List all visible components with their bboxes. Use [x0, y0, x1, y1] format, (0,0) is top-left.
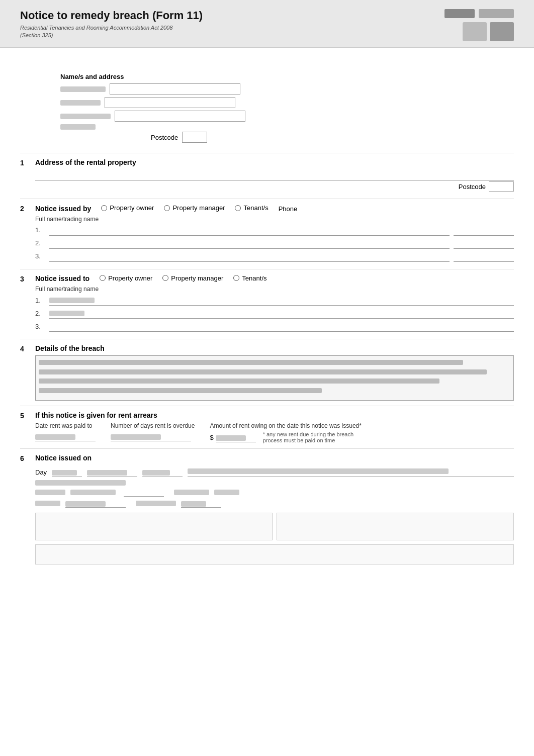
redacted-days [111, 434, 161, 440]
section-5-content: If this notice is given for rent arrears… [35, 411, 514, 443]
day-field[interactable] [52, 467, 82, 477]
issued-by-name-2[interactable] [49, 238, 450, 249]
redacted-detail-1 [39, 360, 463, 365]
redacted-detail-4 [39, 388, 322, 393]
redacted-day [52, 470, 77, 476]
year-field[interactable] [142, 467, 183, 477]
page: Notice to remedy breach (Form 11) Reside… [0, 0, 534, 756]
breach-details-box[interactable] [35, 355, 514, 401]
section-1-content: Address of the rental property Postcode [35, 158, 514, 194]
field-misc-2[interactable] [124, 488, 164, 497]
form-subtitle: Residential Tenancies and Rooming Accomm… [20, 24, 203, 40]
logo-bar [444, 9, 514, 18]
section-4-number: 4 [20, 344, 35, 353]
redacted-name [60, 86, 106, 92]
section-5-grid: Date rent was paid to Number of days ren… [35, 422, 514, 443]
redacted-field-3b [181, 501, 206, 507]
bottom-box-2 [277, 513, 514, 540]
amount-note: * any new rent due during the breach pro… [263, 431, 364, 443]
issued-to-name-1[interactable] [49, 295, 514, 306]
bottom-boxes [35, 513, 514, 540]
row-num-2: 2. [35, 239, 49, 247]
redacted-misc-1 [35, 480, 126, 486]
header-left: Notice to remedy breach (Form 11) Reside… [20, 9, 203, 40]
name-field-2[interactable] [105, 97, 235, 108]
rental-postcode-row: Postcode [35, 181, 514, 192]
postcode-row: Postcode [151, 132, 514, 143]
radio-owner-issued-to[interactable] [100, 275, 106, 281]
section-3-row-3: 3. [35, 321, 514, 332]
option-owner-to-label: Property owner [108, 274, 152, 282]
sig-note-field[interactable] [188, 467, 514, 477]
section-3-title: Notice issued to [35, 274, 90, 282]
option-manager-label: Property manager [172, 204, 225, 212]
section-3-option-manager[interactable]: Property manager [162, 274, 223, 282]
redacted-suburb [60, 114, 111, 119]
name-field-3[interactable] [115, 111, 245, 122]
issued-to-name-2[interactable] [49, 308, 514, 319]
radio-manager-issued-to[interactable] [162, 275, 168, 281]
section-5-title: If this notice is given for rent arrears [35, 411, 514, 419]
section-2-option-owner[interactable]: Property owner [101, 204, 154, 212]
postcode-field[interactable] [182, 132, 207, 143]
redacted-misc-3b [136, 501, 176, 506]
section-2-row-2: 2. [35, 238, 514, 249]
section-5: 5 If this notice is given for rent arrea… [20, 406, 514, 448]
redacted-year [142, 470, 170, 476]
logo-image-1 [463, 22, 487, 41]
radio-owner-issued-by[interactable] [101, 205, 107, 211]
section-5-number: 5 [20, 411, 35, 420]
day-row: Day [35, 467, 514, 477]
rental-address-field[interactable] [35, 169, 514, 180]
rental-postcode-label: Postcode [459, 183, 486, 191]
issued-to-name-3[interactable] [49, 321, 514, 332]
redacted-amount [216, 435, 246, 441]
phone-label: Phone [279, 205, 298, 213]
section-3-sub-label: Full name/trading name [35, 286, 514, 293]
logo-block-1 [444, 9, 475, 18]
issued-by-phone-2[interactable] [454, 238, 514, 249]
radio-tenant-issued-by[interactable] [235, 205, 241, 211]
redacted-misc-2a [35, 490, 65, 495]
issued-by-name-3[interactable] [49, 251, 450, 262]
section-2-option-manager[interactable]: Property manager [164, 204, 225, 212]
date-paid-field[interactable] [35, 431, 96, 441]
section-6-title: Notice issued on [35, 454, 92, 462]
logo-block-2 [479, 9, 514, 18]
days-overdue-field[interactable] [111, 431, 191, 441]
issued-by-phone-1[interactable] [454, 225, 514, 236]
amount-field[interactable] [216, 432, 256, 442]
section-4-content: Details of the breach [35, 344, 514, 401]
field-misc-3a[interactable] [65, 499, 126, 508]
section-1-number: 1 [20, 158, 35, 167]
section-2-top-row: Notice issued by Property owner Property… [35, 204, 514, 216]
rental-postcode-field[interactable] [489, 181, 514, 192]
section-2-option-tenant[interactable]: Tenant/s [235, 204, 268, 212]
bottom-box-3 [35, 544, 514, 564]
postcode-label: Postcode [151, 134, 178, 141]
section-3-option-owner[interactable]: Property owner [100, 274, 152, 282]
redacted-date [35, 434, 75, 440]
section-2-number: 2 [20, 204, 35, 213]
amount-field-row: $ * any new rent due during the breach p… [210, 431, 514, 443]
section-3-option-tenant[interactable]: Tenant/s [233, 274, 266, 282]
issued-by-name-1[interactable] [49, 225, 450, 236]
radio-tenant-issued-to[interactable] [233, 275, 239, 281]
row-num-3: 3. [35, 252, 49, 260]
field-misc-3b[interactable] [181, 499, 221, 508]
month-field[interactable] [87, 467, 137, 477]
redacted-misc-2c [174, 490, 209, 495]
misc-row-1 [35, 480, 514, 486]
radio-manager-issued-by[interactable] [164, 205, 170, 211]
redacted-detail-2 [39, 369, 487, 374]
amount-label: Amount of rent owing on the date this no… [210, 422, 362, 429]
name-field-1[interactable] [110, 83, 240, 94]
redacted-month [87, 470, 127, 476]
redacted-misc-2d [214, 490, 239, 495]
section-2: 2 Notice issued by Property owner Proper… [20, 199, 514, 269]
day-label: Day [35, 468, 47, 476]
option-tenant-to-label: Tenant/s [242, 274, 266, 282]
issued-by-phone-3[interactable] [454, 251, 514, 262]
form-title: Notice to remedy breach (Form 11) [20, 9, 203, 22]
section-3-top-row: Notice issued to Property owner Property… [35, 274, 514, 286]
